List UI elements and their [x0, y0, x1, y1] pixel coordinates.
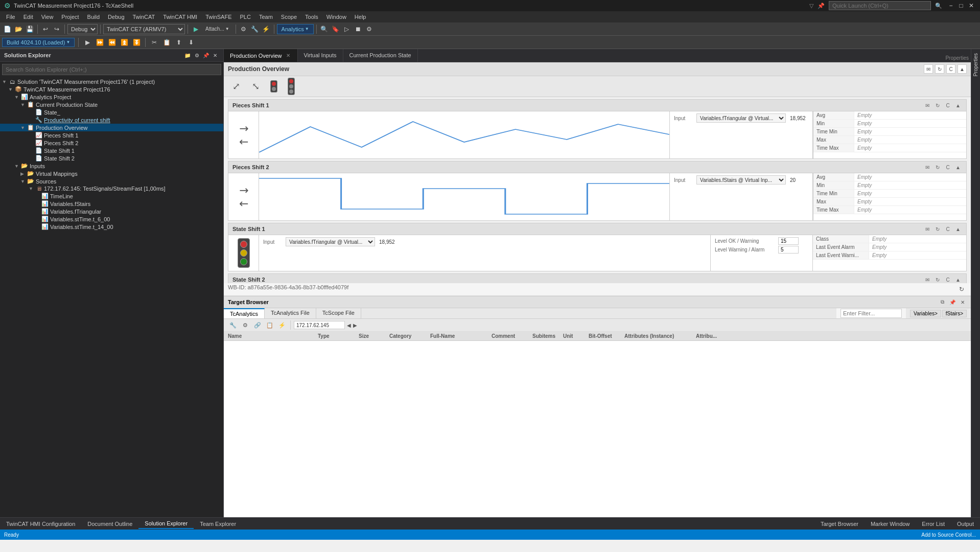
bottom-tab-doc-outline[interactable]: Document Outline — [81, 519, 138, 528]
tb-tab-tcanalytics-file[interactable]: TcAnalytics File — [265, 308, 316, 318]
menu-plc[interactable]: PLC — [236, 11, 255, 22]
tree-state-s2[interactable]: 📄 State Shift 2 — [0, 154, 223, 162]
build-btn2[interactable]: ⏩ — [95, 37, 105, 48]
search-toolbar-btn[interactable]: 🔍 — [319, 24, 330, 34]
tree-sources[interactable]: ▼ 📂 Sources — [0, 177, 223, 185]
minimize-button[interactable]: − — [946, 1, 955, 10]
stop-btn[interactable]: ⏹ — [353, 24, 363, 34]
build-btn9[interactable]: ⬇ — [186, 37, 196, 48]
menu-edit[interactable]: Edit — [19, 11, 37, 22]
tree-productivity[interactable]: 🔧 Productivity of current shift — [0, 116, 223, 124]
tb-scroll-left[interactable]: ◀ — [347, 323, 351, 328]
tree-prod-overview[interactable]: ▼ 📋 Production Overview — [0, 124, 223, 131]
se-close[interactable]: ✕ — [211, 51, 219, 59]
properties-tab[interactable]: Properties — [943, 54, 971, 62]
tab-production-overview[interactable]: Production Overview ✕ — [224, 49, 298, 62]
breadcrumb-fstairs[interactable]: fStairs> — [942, 310, 967, 317]
build-btn5[interactable]: ⏬ — [131, 37, 142, 48]
wb-refresh-btn[interactable]: ↻ — [956, 284, 967, 294]
tree-fstairs[interactable]: 📊 Variables.fStairs — [0, 200, 223, 208]
build-btn4[interactable]: ⏫ — [119, 37, 129, 48]
menu-help[interactable]: Help — [351, 11, 370, 22]
tb-pin-btn[interactable]: 📌 — [948, 298, 956, 306]
tb-float-btn[interactable]: ⧉ — [938, 298, 946, 306]
ps1-collapse[interactable]: ▲ — [954, 101, 962, 109]
ss1-input-select[interactable]: Variables.fTriangular @ Virtual... — [286, 237, 375, 246]
tree-ftriangular[interactable]: 📊 Variables.fTriangular — [0, 208, 223, 215]
tree-pieces-s1[interactable]: 📈 Pieces Shift 1 — [0, 131, 223, 139]
tree-pieces-s2[interactable]: 📈 Pieces Shift 2 — [0, 139, 223, 147]
tree-sttime1400[interactable]: 📊 Variables.stTime.t_14_00 — [0, 223, 223, 231]
tree-state-s1[interactable]: 📄 State Shift 1 — [0, 147, 223, 154]
bottom-tab-team-explorer[interactable]: Team Explorer — [194, 519, 242, 528]
prod-refresh-btn[interactable]: ↻ — [935, 64, 944, 74]
ps1-refresh[interactable]: ↻ — [934, 101, 942, 109]
se-pin[interactable]: 📌 — [202, 51, 210, 59]
menu-scope[interactable]: Scope — [277, 11, 301, 22]
ss2-chart[interactable]: C — [944, 275, 952, 283]
tb-tool4[interactable]: 📋 — [265, 320, 275, 330]
toolbar-icon2[interactable]: 🔧 — [250, 24, 260, 34]
bottom-tab-target-browser[interactable]: Target Browser — [814, 519, 865, 528]
tree-solution[interactable]: ▼ 🗂 Solution 'TwinCAT Measurement Projec… — [0, 78, 223, 85]
build-btn8[interactable]: ⬆ — [174, 37, 184, 48]
analytics-dropdown[interactable]: Analytics ▼ — [277, 24, 314, 34]
tb-filter-input[interactable] — [841, 309, 902, 318]
traffic-light-btn1[interactable] — [267, 78, 281, 95]
tree-analytics[interactable]: ▼ 📊 Analytics Project — [0, 93, 223, 101]
menu-twincat-hmi[interactable]: TwinCAT HMI — [159, 11, 201, 22]
tb-close-btn[interactable]: ✕ — [959, 298, 967, 306]
tree-inputs[interactable]: ▼ 📂 Inputs — [0, 162, 223, 170]
expand-all-btn[interactable]: ⤢ — [228, 78, 244, 95]
play-btn[interactable]: ▶ — [191, 24, 201, 34]
ss2-refresh[interactable]: ↻ — [934, 275, 942, 283]
close-button[interactable]: ✕ — [967, 1, 976, 10]
menu-team[interactable]: Team — [255, 11, 277, 22]
ss2-collapse[interactable]: ▲ — [954, 275, 962, 283]
undo-btn[interactable]: ↩ — [40, 24, 51, 34]
tb-tool1[interactable]: 🔧 — [228, 320, 238, 330]
tab-prod-overview-close[interactable]: ✕ — [285, 53, 291, 58]
prod-email-btn[interactable]: ✉ — [924, 64, 933, 74]
save-btn[interactable]: 💾 — [25, 24, 35, 34]
bottom-tab-error-list[interactable]: Error List — [916, 519, 951, 528]
tb-tool5[interactable]: ⚡ — [277, 320, 287, 330]
menu-view[interactable]: View — [37, 11, 58, 22]
tree-virtual-mappings[interactable]: ▶ 📂 Virtual Mappings — [0, 170, 223, 177]
menu-twinsafe[interactable]: TwinSAFE — [201, 11, 236, 22]
ps1-email[interactable]: ✉ — [923, 101, 931, 109]
toolbar-icon1[interactable]: ⚙ — [239, 24, 249, 34]
se-search-input[interactable] — [2, 64, 221, 75]
menu-twincat[interactable]: TwinCAT — [129, 11, 159, 22]
shrink-all-btn[interactable]: ⤡ — [247, 78, 264, 95]
target-select[interactable]: TwinCAT CE7 (ARMV7) — [103, 24, 185, 34]
bottom-tab-marker-window[interactable]: Marker Window — [865, 519, 916, 528]
attach-btn[interactable]: Attach...▼ — [202, 24, 233, 34]
prod-collapse-btn[interactable]: ▲ — [958, 64, 967, 74]
ss1-level-warn-input[interactable] — [778, 246, 799, 254]
add-to-source-control-btn[interactable]: Add to Source Control... — [921, 532, 976, 538]
build-btn7[interactable]: 📋 — [161, 37, 172, 48]
tb-tab-tcscope-file[interactable]: TcScope File — [316, 308, 361, 318]
ps2-chart[interactable]: C — [944, 163, 952, 171]
bottom-tab-twincat-hmi[interactable]: TwinCAT HMI Configuration — [0, 519, 81, 528]
tree-timeline[interactable]: 📊 TimeLine — [0, 192, 223, 200]
open-btn[interactable]: 📂 — [13, 24, 24, 34]
ss1-email[interactable]: ✉ — [923, 225, 931, 233]
tb-scroll-right[interactable]: ▶ — [353, 323, 357, 328]
menu-project[interactable]: Project — [57, 11, 83, 22]
prod-chart-btn[interactable]: C — [946, 64, 955, 74]
menu-window[interactable]: Window — [322, 11, 351, 22]
tab-current-prod-state[interactable]: Current Production State — [343, 49, 418, 62]
ps2-collapse[interactable]: ▲ — [954, 163, 962, 171]
menu-debug[interactable]: Debug — [104, 11, 128, 22]
settings-btn[interactable]: ⚙ — [364, 24, 375, 34]
ps2-input-select[interactable]: Variables.fStairs @ Virtual Inp... — [696, 175, 786, 185]
build-dropdown[interactable]: ▼ — [66, 40, 70, 44]
quick-launch-input[interactable] — [829, 1, 931, 10]
se-properties[interactable]: ⚙ — [193, 51, 201, 59]
menu-file[interactable]: File — [2, 11, 19, 22]
tb-tool2[interactable]: ⚙ — [240, 320, 250, 330]
tb-tool3[interactable]: 🔗 — [252, 320, 263, 330]
build-btn6[interactable]: ✂ — [149, 37, 159, 48]
